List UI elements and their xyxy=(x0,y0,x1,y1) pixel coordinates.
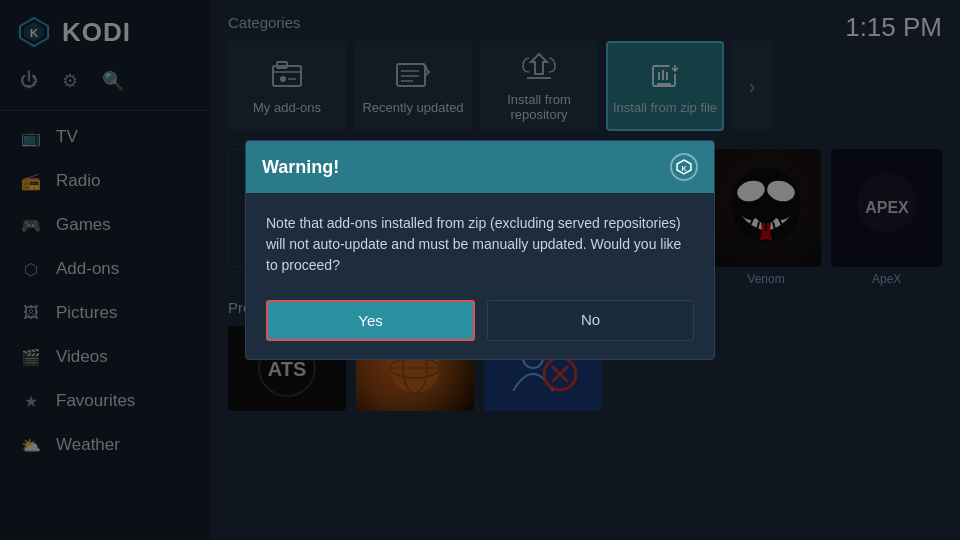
svg-text:K: K xyxy=(681,165,686,172)
dialog-message-text: Note that add-ons installed from zip (ex… xyxy=(266,215,681,273)
dialog-close-button[interactable]: K xyxy=(670,153,698,181)
kodi-close-icon: K xyxy=(675,158,693,176)
dialog-yes-button[interactable]: Yes xyxy=(266,300,475,341)
dialog-header: Warning! K xyxy=(246,141,714,193)
warning-dialog: Warning! K Note that add-ons installed f… xyxy=(245,140,715,360)
dialog-no-button[interactable]: No xyxy=(487,300,694,341)
dialog-overlay: Warning! K Note that add-ons installed f… xyxy=(0,0,960,540)
dialog-message: Note that add-ons installed from zip (ex… xyxy=(246,193,714,286)
dialog-title: Warning! xyxy=(262,157,339,178)
dialog-buttons: Yes No xyxy=(246,286,714,359)
